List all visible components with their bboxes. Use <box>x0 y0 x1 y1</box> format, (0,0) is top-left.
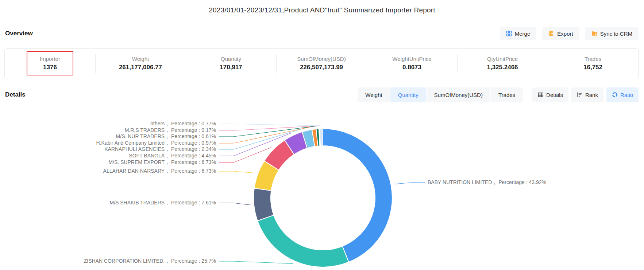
chart-label: H.Kabir And Company Limited， Percentage … <box>96 140 216 146</box>
chart-label: M.R.S TRADERS， Percentage : 0.17% <box>125 127 216 134</box>
stat-value-weight-unit-price: 0.8673 <box>402 64 421 71</box>
chart-label: M/S. NUR TRADERS， Percentage : 0.61% <box>116 133 216 140</box>
chart-label: ZISHAN CORPORATION LIMITED.， Percentage … <box>84 258 216 265</box>
merge-icon <box>506 31 512 36</box>
sync-to-crm-button[interactable]: Sync to CRM <box>585 27 639 40</box>
stat-label-trades: Trades <box>585 56 601 62</box>
overview-actions: MergeExportSync to CRM <box>500 27 639 40</box>
tab-sum-of-money[interactable]: SumOfMoney(USD) <box>427 87 490 102</box>
importer-ratio-chart: BABY NUTRITION LIMITED， Percentage : 43.… <box>0 109 644 270</box>
stat-label-weight: Weight <box>132 56 149 62</box>
rank-view-button[interactable]: Rank <box>571 87 603 102</box>
details-heading: Details <box>5 91 26 98</box>
stat-importer: Importer1376 <box>5 49 95 78</box>
slice-zishan-corporation-limited[interactable] <box>258 215 349 267</box>
stat-quantity: Quantity170,917 <box>186 49 276 78</box>
stat-sum-of-money: SumOfMoney(USD)226,507,173.99 <box>276 49 367 78</box>
ratio-view-button[interactable]: Ratio <box>606 87 639 102</box>
details-header: Details WeightQuantitySumOfMoney(USD)Tra… <box>5 87 639 102</box>
stat-label-qty-unit-price: QtyUnitPrice <box>487 56 518 62</box>
chart-label: ALLAHAR DAN NARSARY， Percentage : 6.73% <box>103 168 216 175</box>
stat-trades: Trades16,752 <box>548 49 638 78</box>
stat-value-sum-of-money: 226,507,173.99 <box>300 64 343 71</box>
stat-weight: Weight261,177,006.77 <box>95 49 186 78</box>
stat-value-importer: 1376 <box>43 64 57 71</box>
chart-label: BABY NUTRITION LIMITED， Percentage : 43.… <box>428 179 546 186</box>
stat-value-quantity: 170,917 <box>220 64 242 71</box>
leader-line <box>219 124 321 126</box>
stat-qty-unit-price: QtyUnitPrice1,325.2466 <box>457 49 548 78</box>
sync-icon <box>591 31 597 36</box>
rank-icon <box>577 92 583 98</box>
tab-trades[interactable]: Trades <box>491 87 523 102</box>
table-icon <box>538 92 544 98</box>
rank-view-button-label: Rank <box>585 92 598 98</box>
export-button[interactable]: Export <box>542 27 579 40</box>
stat-value-qty-unit-price: 1,325.2466 <box>487 64 518 71</box>
report-page: 2023/01/01-2023/12/31,Product AND"fruit"… <box>0 0 644 270</box>
chart-label: M/S SHAKIB TRADERS， Percentage : 7.61% <box>109 200 216 206</box>
chart-label: others， Percentage : 0.77% <box>150 121 216 127</box>
stat-value-weight: 261,177,006.77 <box>119 64 162 71</box>
ratio-view-button-label: Ratio <box>620 92 633 98</box>
leader-line <box>219 261 293 263</box>
overview-stats-card: Importer1376Weight261,177,006.77Quantity… <box>4 48 639 78</box>
chart-label: SOFT BANGLA， Percentage : 4.45% <box>129 153 216 159</box>
stat-label-importer: Importer <box>40 56 60 62</box>
stat-label-weight-unit-price: WeightUnitPrice <box>392 56 431 62</box>
overview-header: Overview MergeExportSync to CRM <box>5 27 639 40</box>
metric-tab-group: WeightQuantitySumOfMoney(USD)Trades <box>358 87 523 102</box>
slice-m-s-shakib-traders[interactable] <box>254 188 274 221</box>
export-button-label: Export <box>557 31 573 37</box>
donut-chart-svg <box>0 109 644 270</box>
details-view-button-label: Details <box>546 92 563 98</box>
sync-to-crm-button-label: Sync to CRM <box>600 31 632 37</box>
details-view-button[interactable]: Details <box>532 87 568 102</box>
tab-weight[interactable]: Weight <box>358 87 390 102</box>
stat-weight-unit-price: WeightUnitPrice0.8673 <box>367 49 457 78</box>
chart-label: KARNAPHULI AGENCIES， Percentage : 2.34% <box>104 146 216 153</box>
stat-label-sum-of-money: SumOfMoney(USD) <box>297 56 346 62</box>
leader-line <box>394 183 425 184</box>
donut-icon <box>612 92 618 98</box>
highlight-annotation-box <box>27 51 73 75</box>
export-icon <box>548 31 554 36</box>
overview-heading: Overview <box>5 30 33 37</box>
leader-line <box>219 203 251 205</box>
page-title: 2023/01/01-2023/12/31,Product AND"fruit"… <box>0 6 644 14</box>
view-button-group: DetailsRankRatio <box>532 87 639 102</box>
slice-others[interactable] <box>320 129 323 146</box>
leader-line <box>219 148 271 163</box>
details-controls: WeightQuantitySumOfMoney(USD)Trades Deta… <box>358 87 639 102</box>
merge-button[interactable]: Merge <box>500 27 537 40</box>
tab-quantity[interactable]: Quantity <box>390 87 426 102</box>
merge-button-label: Merge <box>515 31 531 37</box>
stat-value-trades: 16,752 <box>583 64 602 71</box>
chart-label: M/S. SUPREM EXPORT， Percentage : 6.73% <box>108 159 216 166</box>
leader-line <box>219 171 255 173</box>
slice-baby-nutrition-limited[interactable] <box>323 129 392 262</box>
stat-label-quantity: Quantity <box>221 56 241 62</box>
